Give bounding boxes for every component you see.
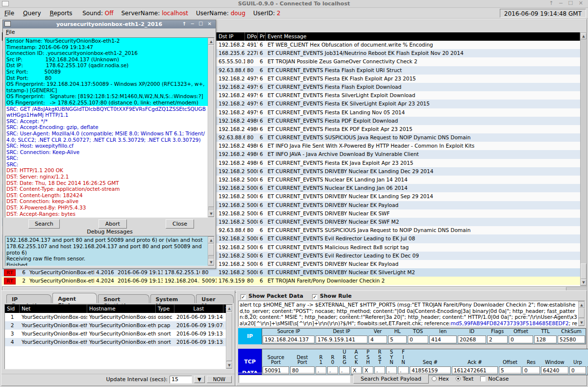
close-button[interactable]: Close (166, 219, 194, 229)
event-row[interactable]: RT6YourSecurityOnionBox-eth1-24.20162016… (2, 268, 580, 277)
event-table-vscrollbar[interactable]: ▲ ▼ (580, 32, 587, 286)
tab-user-msgs[interactable]: User Msgs (196, 294, 234, 303)
transcript-vscrollbar[interactable]: ▲ ▼ (208, 38, 214, 217)
text-radio[interactable]: Text (456, 376, 473, 382)
transcript-pane[interactable]: Sensor Name: YourSecurityOnionBox-eth1-2… (5, 37, 215, 218)
col-pr[interactable]: Pr (258, 32, 266, 41)
packet-field-header: Dest IP (315, 329, 368, 335)
debug-line: Finished. (6, 262, 207, 266)
dialog-menubar: File (3, 28, 216, 36)
transcript-line-src: SRC: (5, 161, 208, 168)
checkbox-unchecked-icon[interactable] (480, 376, 486, 382)
scroll-down-icon[interactable]: ▼ (581, 279, 587, 285)
col-last[interactable]: Last (174, 305, 223, 313)
packet-field-header: S Y N (386, 349, 397, 366)
col-net[interactable]: Net (20, 305, 87, 313)
hex-radio[interactable]: Hex (432, 376, 449, 382)
tab-agent-status[interactable]: Agent Status (52, 293, 97, 303)
now-button[interactable]: NOW (207, 376, 232, 383)
transcript-line-dst: DST: Content-Type: application/octet-str… (5, 186, 208, 192)
agent-row[interactable]: 1YourSecurityOnionBox-ossecYourSecurityO… (5, 313, 232, 321)
rule-pane[interactable]: alert tcp $HOME_NET any -> $EXTERNAL_NET… (238, 301, 585, 327)
col-hostname[interactable]: Hostname (87, 305, 156, 313)
checkbox-checked-icon[interactable]: ✓ (241, 294, 246, 300)
debug-line: Receiving raw file from sensor. (6, 256, 207, 262)
packet-field-value: 2 (487, 335, 508, 343)
update-interval-bar: Update Interval (secs): ▼ NOW (1, 374, 235, 385)
transcript-line-info: Dst IP: 178.62.255.107 (qadir.nodia.se) (5, 62, 208, 69)
transcript-line-dst: DST: Content-Length: 182424 (5, 192, 208, 199)
show-rule-toggle[interactable]: ✓Show Rule (312, 293, 352, 300)
menu-file[interactable]: File (0, 8, 19, 17)
radio-on-icon[interactable] (456, 376, 461, 381)
scroll-up-icon[interactable]: ▲ (581, 33, 587, 39)
radio-off-icon[interactable] (432, 376, 437, 381)
menu-query[interactable]: Query (19, 8, 45, 17)
transcript-line-dst: DST: Connection: keep-alive (5, 198, 208, 205)
app-title: SGUIL-0.9.0 - Connected To localhost (0, 0, 588, 7)
scroll-down-icon[interactable]: ▼ (579, 319, 585, 326)
menu-bar: FileQueryReports Sound: OffServerName: l… (0, 8, 588, 19)
abort-button[interactable]: Abort (98, 219, 127, 229)
debug-messages-pane[interactable]: 192.168.204.137 and port 80 and port 500… (5, 236, 215, 266)
packet-field-value: 0 (408, 335, 428, 343)
packet-field-header: Window (540, 349, 569, 366)
agent-table-header[interactable]: Sid Net Hostname Type Last Status (5, 305, 232, 313)
transcript-line-info: Dst Port: 80 (5, 75, 208, 81)
tab-snort-statistics[interactable]: Snort Statistics (98, 294, 149, 303)
rule-vscrollbar[interactable]: ▲ ▼ (578, 301, 585, 326)
scroll-down-icon[interactable]: ▼ (208, 210, 214, 217)
scroll-up-icon[interactable]: ▲ (226, 305, 232, 311)
rule-reference-link[interactable]: url,www.threatexpert.com/report.aspx?md5… (261, 326, 477, 327)
packet-field-value: 128 (534, 335, 557, 343)
dialog-titlebar[interactable]: yoursecurityonionbox-eth1-2_2016 ↑ ─ ☐ ✕ (3, 20, 216, 28)
col-type[interactable]: Type (156, 305, 174, 313)
transcript-line-src: SRC: GET /ABsJAkgKUBNGGldTDlcbBQYCT0tXXF… (5, 106, 208, 118)
agent-row[interactable]: 3YourSecurityOnionBox-eth1YourSecurityOn… (5, 330, 232, 338)
search-button[interactable]: Search (28, 219, 60, 229)
ip-label: IP (238, 328, 262, 344)
update-interval-input[interactable] (170, 376, 192, 384)
event-row[interactable]: RT2YourSecurityOnionBox-eth1-24.20242016… (2, 277, 580, 285)
agent-table-vscrollbar[interactable]: ▲ ▼ (226, 305, 232, 369)
col-sid[interactable]: Sid (5, 305, 20, 313)
payload-search-input[interactable] (239, 375, 350, 383)
agent-row[interactable]: 2YourSecurityOnionBox-eth1YourSecurityOn… (5, 321, 232, 330)
status-username: UserName: doug (192, 8, 249, 17)
col-dst-ip[interactable]: Dst IP (217, 32, 245, 41)
packet-field-header: ChkSum (557, 329, 586, 335)
rt-status-badge: RT (4, 278, 16, 284)
agent-rows: 1YourSecurityOnionBox-ossecYourSecurityO… (5, 313, 232, 346)
scroll-up-icon[interactable]: ▲ (579, 302, 585, 308)
dialog-window-controls[interactable]: ↑ ─ ☐ ✕ (182, 21, 213, 26)
tab-system-msgs[interactable]: System Msgs (150, 294, 196, 303)
packet-field-header: HL (388, 329, 407, 335)
nocase-checkbox[interactable]: NoCase (480, 376, 509, 382)
dialog-menu-file[interactable]: File (6, 29, 15, 35)
packet-field-value: 4 (368, 335, 387, 343)
col-event-message[interactable]: Event Message (266, 32, 580, 41)
checkbox-checked-icon[interactable]: ✓ (312, 294, 318, 300)
app-window-controls[interactable]: ↑ ─ ☐ ✕ (549, 0, 585, 6)
scroll-up-icon[interactable]: ▲ (208, 38, 214, 45)
packet-field-header: Source Port (262, 349, 290, 366)
col-dport[interactable]: DPort (245, 32, 258, 41)
tab-strip: IP ResolutionAgent StatusSnort Statistic… (6, 293, 235, 303)
tab-ip-resolution[interactable]: IP Resolution (6, 294, 51, 303)
scroll-down-icon[interactable]: ▼ (226, 362, 232, 368)
debug-vscrollbar[interactable]: ▲ ▼ (208, 236, 214, 266)
search-packet-payload-button[interactable]: Search Packet Payload (353, 374, 429, 384)
packet-field-header: Offset (498, 349, 522, 366)
agent-row[interactable]: 4YourSecurityOnionBox-eth1YourSecurityOn… (5, 338, 232, 346)
scroll-down-icon[interactable]: ▼ (208, 259, 214, 265)
menu-reports[interactable]: Reports (46, 8, 77, 17)
packet-field-header: R 1 (315, 349, 327, 366)
rule-reference-link[interactable]: md5,99FAB94FD824737393F5184685E8EDF2 (451, 320, 569, 326)
transcript-line-info: Connection ID: .yoursecurityonionbox-eth… (5, 50, 208, 56)
show-packet-data-toggle[interactable]: ✓Show Packet Data (241, 293, 303, 300)
packet-field-header: Ack # (451, 349, 498, 366)
interval-dropdown-arrow-icon[interactable]: ▼ (194, 376, 205, 383)
transcript-line-src: SRC: User-Agent: Mozilla/4.0 (compatible… (5, 130, 208, 143)
transcript-line-src: SRC: Host: woxepityfillo.cf (5, 143, 208, 149)
scroll-up-icon[interactable]: ▲ (208, 237, 214, 243)
